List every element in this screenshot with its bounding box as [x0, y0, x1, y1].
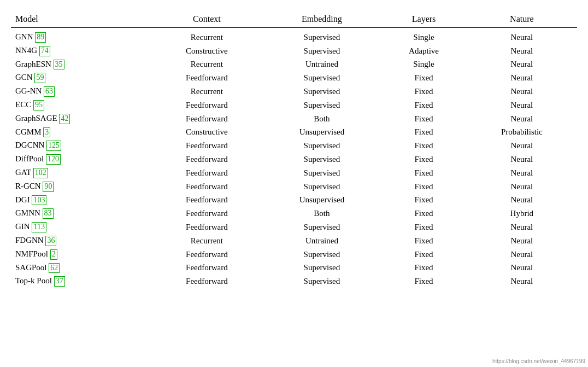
cell-embedding: Untrained [262, 234, 381, 248]
cell-layers: Fixed [381, 248, 466, 261]
cell-layers: Fixed [381, 261, 466, 275]
cell-embedding: Both [262, 207, 381, 220]
cell-nature: Neural [467, 112, 577, 126]
table-row: GIN 113FeedforwardSupervisedFixedNeural [11, 220, 577, 234]
cell-context: Feedforward [151, 112, 262, 126]
cell-model: R-GCN 90 [11, 180, 151, 194]
cell-layers: Fixed [381, 85, 466, 98]
table-row: GraphSAGE 42FeedforwardBothFixedNeural [11, 112, 577, 126]
cell-nature: Neural [467, 153, 577, 166]
cell-layers: Fixed [381, 139, 466, 153]
watermark: https://blog.csdn.net/weixin_44967199 [492, 358, 585, 364]
cell-model: GG-NN 63 [11, 85, 151, 98]
cell-embedding: Supervised [262, 180, 381, 194]
cell-model: GMNN 83 [11, 207, 151, 220]
cell-model: DGI 103 [11, 194, 151, 207]
cell-layers: Fixed [381, 220, 466, 234]
cell-embedding: Supervised [262, 28, 381, 44]
reference-link[interactable]: 83 [43, 208, 54, 219]
reference-link[interactable]: 90 [43, 182, 54, 192]
cell-nature: Neural [467, 85, 577, 98]
reference-link[interactable]: 2 [50, 249, 57, 260]
cell-model: NMFPool 2 [11, 248, 151, 261]
cell-embedding: Supervised [262, 44, 381, 58]
cell-context: Recurrent [151, 58, 262, 72]
cell-model: SAGPool 62 [11, 261, 151, 275]
table-row: NN4G 74ConstructiveSupervisedAdaptiveNeu… [11, 44, 577, 58]
reference-link[interactable]: 113 [32, 222, 46, 232]
cell-nature: Hybrid [467, 207, 577, 220]
reference-link[interactable]: 103 [32, 195, 46, 206]
cell-nature: Neural [467, 220, 577, 234]
reference-link[interactable]: 37 [54, 276, 65, 287]
col-header-context: Context [151, 11, 262, 28]
cell-model: NN4G 74 [11, 44, 151, 58]
cell-embedding: Supervised [262, 261, 381, 275]
cell-context: Feedforward [151, 71, 262, 85]
reference-link[interactable]: 102 [33, 168, 48, 178]
cell-layers: Fixed [381, 153, 466, 166]
cell-nature: Neural [467, 71, 577, 85]
cell-layers: Fixed [381, 194, 466, 207]
reference-link[interactable]: 36 [45, 236, 56, 246]
table-row: GAT 102FeedforwardSupervisedFixedNeural [11, 166, 577, 180]
cell-embedding: Unsupervised [262, 194, 381, 207]
table-row: GraphESN 35RecurrentUntrainedSingleNeura… [11, 58, 577, 72]
table-row: DGI 103FeedforwardUnsupervisedFixedNeura… [11, 194, 577, 207]
cell-nature: Neural [467, 28, 577, 44]
cell-model: GraphESN 35 [11, 58, 151, 72]
table-row: DGCNN 125FeedforwardSupervisedFixedNeura… [11, 139, 577, 153]
col-header-nature: Nature [467, 11, 577, 28]
cell-context: Feedforward [151, 166, 262, 180]
table-row: FDGNN 36RecurrentUntrainedFixedNeural [11, 234, 577, 248]
reference-link[interactable]: 3 [43, 127, 50, 138]
table-row: R-GCN 90FeedforwardSupervisedFixedNeural [11, 180, 577, 194]
cell-context: Feedforward [151, 261, 262, 275]
reference-link[interactable]: 95 [33, 100, 44, 110]
table-row: GNN 89RecurrentSupervisedSingleNeural [11, 28, 577, 44]
table-row: SAGPool 62FeedforwardSupervisedFixedNeur… [11, 261, 577, 275]
reference-link[interactable]: 59 [34, 73, 45, 83]
cell-model: GAT 102 [11, 166, 151, 180]
cell-nature: Neural [467, 98, 577, 112]
cell-context: Recurrent [151, 234, 262, 248]
cell-layers: Adaptive [381, 44, 466, 58]
cell-nature: Neural [467, 180, 577, 194]
table-row: ECC 95FeedforwardSupervisedFixedNeural [11, 98, 577, 112]
reference-link[interactable]: 62 [49, 263, 60, 273]
main-table: Model Context Embedding Layers Nature GN… [11, 11, 577, 288]
cell-nature: Neural [467, 234, 577, 248]
cell-nature: Neural [467, 139, 577, 153]
cell-embedding: Supervised [262, 98, 381, 112]
cell-layers: Fixed [381, 166, 466, 180]
cell-embedding: Supervised [262, 153, 381, 166]
cell-model: Top-k Pool 37 [11, 275, 151, 288]
cell-layers: Fixed [381, 98, 466, 112]
reference-link[interactable]: 125 [46, 141, 61, 151]
reference-link[interactable]: 89 [35, 32, 46, 43]
cell-context: Feedforward [151, 153, 262, 166]
table-row: CGMM 3ConstructiveUnsupervisedFixedProba… [11, 126, 577, 139]
cell-context: Feedforward [151, 180, 262, 194]
cell-nature: Neural [467, 261, 577, 275]
reference-link[interactable]: 63 [44, 86, 55, 97]
cell-layers: Fixed [381, 126, 466, 139]
table-row: DiffPool 120FeedforwardSupervisedFixedNe… [11, 153, 577, 166]
table-row: Top-k Pool 37FeedforwardSupervisedFixedN… [11, 275, 577, 288]
reference-link[interactable]: 42 [59, 114, 70, 124]
cell-layers: Fixed [381, 71, 466, 85]
cell-model: CGMM 3 [11, 126, 151, 139]
cell-model: GIN 113 [11, 220, 151, 234]
cell-model: GCN 59 [11, 71, 151, 85]
cell-model: GraphSAGE 42 [11, 112, 151, 126]
header-row: Model Context Embedding Layers Nature [11, 11, 577, 28]
cell-nature: Neural [467, 194, 577, 207]
cell-context: Feedforward [151, 139, 262, 153]
reference-link[interactable]: 74 [39, 46, 50, 56]
cell-model: DiffPool 120 [11, 153, 151, 166]
cell-layers: Fixed [381, 180, 466, 194]
cell-context: Feedforward [151, 248, 262, 261]
reference-link[interactable]: 120 [46, 154, 61, 165]
reference-link[interactable]: 35 [54, 60, 64, 70]
cell-layers: Single [381, 58, 466, 72]
